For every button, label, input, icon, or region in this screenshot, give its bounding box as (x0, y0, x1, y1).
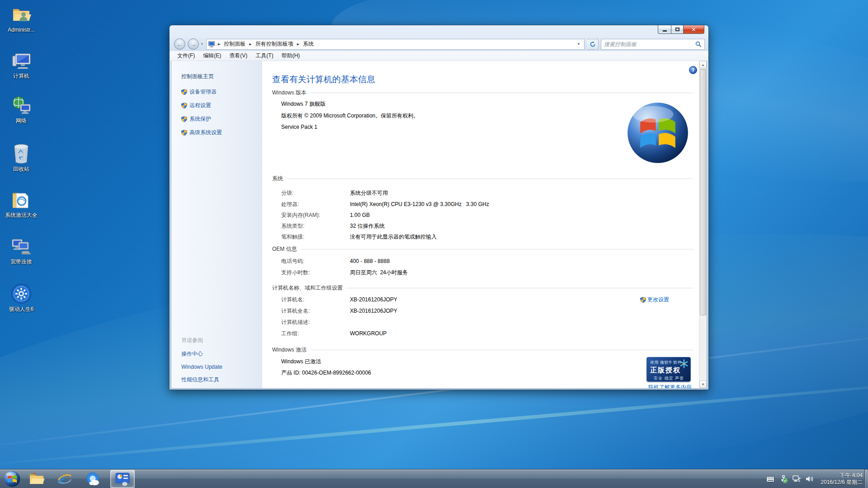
back-button[interactable]: ← (174, 38, 185, 50)
sidebar-item-control-panel-home[interactable]: 控制面板主页 (181, 73, 214, 80)
keyboard-icon[interactable] (766, 475, 774, 483)
sidebar-item-action-center[interactable]: 操作中心 (181, 350, 222, 358)
minimize-icon (663, 30, 667, 32)
folder-with-page-icon (10, 189, 32, 211)
desktop-icon-label: Administr... (1, 27, 42, 33)
menu-view[interactable]: 查看(V) (225, 51, 251, 61)
network-icon[interactable] (793, 475, 801, 483)
window-body: 控制面板主页 设备管理器 远程设置 系统保护 高级系统设置 另请参阅 操作中心 … (171, 61, 707, 389)
computer-row-workgroup: 工作组:WORKGROUP (281, 330, 688, 338)
section-rule (310, 350, 693, 350)
section-header-computer-name: 计算机名称、域和工作组设置 (272, 284, 693, 292)
menu-help[interactable]: 帮助(H) (278, 51, 304, 61)
oem-row-hours: 支持小时数:周日至周六 24小时服务 (281, 269, 688, 277)
sidebar-item-advanced-settings[interactable]: 高级系统设置 (181, 129, 222, 136)
navigation-bar: ← → ▼ ▶ 控制面板 ▶ 所有控制面板项 ▶ 系统 ▼ (170, 37, 708, 51)
genuine-software-badge[interactable]: 使用 微软® 软件 正版授权 安全 稳定 声誉 (646, 357, 691, 382)
help-icon[interactable]: ? (689, 66, 697, 74)
forward-button[interactable]: → (188, 38, 199, 50)
menu-edit[interactable]: 编辑(E) (199, 51, 225, 61)
uac-shield-icon (640, 297, 646, 303)
scrollbar-down-button[interactable]: ▼ (699, 380, 707, 388)
section-header-oem: OEM 信息 (272, 245, 693, 253)
system-tray: 下午 4:04 2016/12/6 星期二 (766, 469, 864, 488)
safely-remove-hardware-icon[interactable] (779, 475, 788, 483)
desktop-icon-label: 网络 (1, 117, 42, 124)
breadcrumb-arrow-icon[interactable]: ▶ (296, 42, 301, 46)
history-dropdown-icon[interactable]: ▼ (200, 42, 204, 46)
scrollbar-up-button[interactable]: ▲ (699, 61, 707, 69)
taskbar-item-control-panel-active[interactable] (110, 470, 135, 488)
section-rule (310, 93, 693, 93)
learn-more-online-link[interactable]: 联机了解更多内容 (643, 384, 697, 388)
broadband-connection-icon (10, 235, 32, 257)
breadcrumb-arrow-icon[interactable]: ▶ (217, 42, 222, 46)
desktop-icon-label: 宽带连接 (1, 258, 42, 265)
close-button[interactable]: ✕ (684, 25, 704, 34)
computer-row-description: 计算机描述: (281, 319, 688, 326)
recycle-bin-icon (10, 143, 32, 164)
volume-icon[interactable] (806, 475, 814, 483)
desktop-icon-broadband[interactable]: 宽带连接 (1, 235, 42, 265)
desktop-icon-recycle-bin[interactable]: 回收站 (1, 143, 42, 172)
taskbar-item-qq-browser[interactable] (82, 471, 103, 487)
computer-row-fullname: 计算机全名:XB-20161206JOPY (281, 307, 688, 315)
gear-circle-icon (10, 283, 32, 305)
uac-shield-icon (181, 103, 187, 108)
desktop-icon-administrator[interactable]: Administr... (1, 4, 42, 33)
main-content: ? 查看有关计算机的基本信息 Windows 版本 Windows 7 旗舰版 … (262, 61, 699, 388)
desktop-icon-label: 计算机 (1, 73, 42, 79)
minimize-button[interactable] (658, 25, 671, 34)
window-titlebar[interactable]: ✕ (170, 25, 708, 37)
system-row-type: 系统类型:32 位操作系统 (281, 222, 688, 230)
search-icon[interactable] (695, 41, 702, 47)
scrollbar-thumb[interactable] (700, 69, 706, 315)
search-input[interactable] (604, 41, 693, 47)
sidebar-item-device-manager[interactable]: 设备管理器 (181, 88, 222, 96)
product-id: 产品 ID: 00426-OEM-8992662-00006 (281, 369, 371, 377)
menu-tools[interactable]: 工具(T) (251, 51, 277, 61)
section-rule (301, 249, 693, 249)
activation-status: Windows 已激活 (281, 358, 321, 366)
rating-unavailable-link[interactable]: 系统分级不可用 (350, 190, 388, 196)
breadcrumb-system[interactable]: 系统 (302, 40, 315, 48)
address-dropdown-icon[interactable]: ▼ (575, 42, 583, 46)
maximize-button[interactable] (671, 25, 684, 34)
breadcrumb-control-panel[interactable]: 控制面板 (223, 40, 246, 48)
taskbar-clock[interactable]: 下午 4:04 2016/12/6 星期二 (819, 472, 864, 486)
sidebar-item-remote-settings[interactable]: 远程设置 (181, 102, 222, 109)
start-button[interactable] (3, 470, 21, 488)
change-settings-link[interactable]: 更改设置 (640, 296, 669, 304)
desktop-icon-label: 系统激活大全 (1, 212, 42, 218)
sidebar-item-system-protection[interactable]: 系统保护 (181, 115, 222, 123)
oem-row-phone: 电话号码:400 - 888 - 8888 (281, 258, 688, 265)
copyright-text: 版权所有 © 2009 Microsoft Corporation。保留所有权利… (281, 112, 419, 120)
desktop-icon-activation-pack[interactable]: 系统激活大全 (1, 189, 42, 218)
refresh-button[interactable] (587, 39, 599, 50)
system-row-pen-touch: 笔和触摸:没有可用于此显示器的笔或触控输入 (281, 233, 688, 241)
taskbar: e 下午 4:04 2016/12/6 星期二 (0, 469, 868, 488)
qq-browser-icon (85, 472, 100, 486)
menu-file[interactable]: 文件(F) (173, 51, 199, 61)
computer-icon (10, 50, 32, 71)
sidebar-item-windows-update[interactable]: Windows Update (181, 364, 222, 370)
vertical-scrollbar[interactable]: ▲ ▼ (699, 61, 707, 388)
sidebar-item-performance-tools[interactable]: 性能信息和工具 (181, 376, 222, 384)
sidebar-task-list: 设备管理器 远程设置 系统保护 高级系统设置 (181, 88, 222, 142)
sidebar: 控制面板主页 设备管理器 远程设置 系统保护 高级系统设置 另请参阅 操作中心 … (171, 61, 262, 388)
desktop-icon-computer[interactable]: 计算机 (1, 50, 42, 79)
menu-bar: 文件(F) 编辑(E) 查看(V) 工具(T) 帮助(H) (170, 51, 708, 61)
system-row-processor: 处理器:Intel(R) Xeon(R) CPU E3-1230 v3 @ 3.… (281, 201, 688, 208)
desktop-icon-driver-genius[interactable]: 驱动人生6 (1, 283, 42, 312)
search-box[interactable] (601, 39, 705, 50)
breadcrumb-arrow-icon[interactable]: ▶ (248, 42, 253, 46)
address-bar[interactable]: ▶ 控制面板 ▶ 所有控制面板项 ▶ 系统 ▼ (206, 39, 585, 50)
system-row-rating: 分级:系统分级不可用 (281, 189, 688, 197)
windows-start-icon (4, 471, 20, 487)
taskbar-item-explorer[interactable] (26, 471, 47, 487)
show-desktop-button[interactable] (864, 469, 868, 488)
desktop-icon-network[interactable]: 网络 (1, 94, 42, 124)
refresh-icon (590, 41, 596, 47)
breadcrumb-all-items[interactable]: 所有控制面板项 (255, 40, 294, 48)
taskbar-item-internet-explorer[interactable]: e (54, 471, 75, 487)
